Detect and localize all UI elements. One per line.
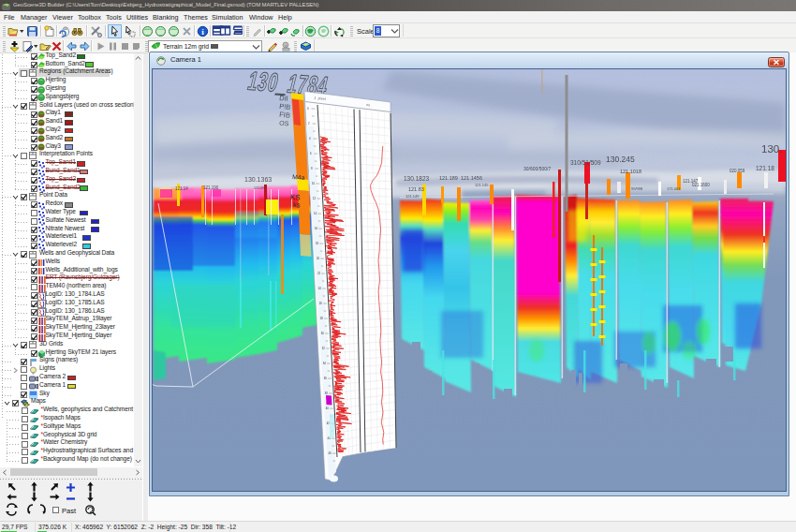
svg-text:121.83: 121.83 bbox=[408, 186, 424, 192]
svg-text:18: 18 bbox=[316, 242, 319, 245]
svg-text:20: 20 bbox=[317, 257, 320, 260]
svg-text:130.1823: 130.1823 bbox=[404, 175, 429, 182]
svg-text:32: 32 bbox=[322, 347, 326, 350]
svg-text:121.18: 121.18 bbox=[756, 165, 774, 171]
svg-text:30: 30 bbox=[321, 332, 325, 335]
svg-text:121.189: 121.189 bbox=[439, 175, 458, 181]
svg-text:020.059: 020.059 bbox=[730, 169, 745, 173]
svg-text:14: 14 bbox=[314, 212, 317, 215]
svg-text:121.14: 121.14 bbox=[175, 186, 188, 191]
svg-text:130.245: 130.245 bbox=[606, 155, 635, 164]
svg-text:42: 42 bbox=[327, 421, 331, 425]
svg-text:FIB: FIB bbox=[279, 111, 291, 120]
svg-text:121.190: 121.190 bbox=[203, 185, 219, 190]
svg-text:OS: OS bbox=[279, 119, 289, 126]
svg-text:10: 10 bbox=[312, 182, 316, 185]
svg-text:24: 24 bbox=[318, 287, 322, 290]
svg-text:28: 28 bbox=[320, 317, 324, 320]
svg-text:310/51/509: 310/51/509 bbox=[570, 159, 601, 166]
svg-text:ks: ks bbox=[293, 200, 301, 210]
svg-text:99/998: 99/998 bbox=[631, 186, 643, 191]
svg-text:22: 22 bbox=[317, 272, 321, 275]
svg-text:26: 26 bbox=[319, 302, 323, 305]
svg-text:121.145: 121.145 bbox=[475, 183, 489, 187]
svg-text:36: 36 bbox=[324, 377, 328, 380]
svg-text:no: no bbox=[366, 103, 371, 107]
svg-text:121.149: 121.149 bbox=[405, 194, 420, 199]
svg-text:121.1018: 121.1018 bbox=[620, 169, 641, 174]
svg-text:021.1600: 021.1600 bbox=[692, 183, 710, 187]
svg-text:121.1456: 121.1456 bbox=[461, 175, 482, 181]
svg-text:12: 12 bbox=[313, 197, 317, 200]
svg-text:30/600/500/7: 30/600/500/7 bbox=[523, 166, 551, 171]
svg-text:171.003: 171.003 bbox=[667, 186, 681, 191]
svg-text:34: 34 bbox=[323, 362, 327, 365]
svg-text:M4a: M4a bbox=[292, 173, 305, 181]
svg-text:40: 40 bbox=[326, 406, 330, 410]
svg-text:38: 38 bbox=[325, 392, 329, 395]
svg-text:46: 46 bbox=[329, 451, 332, 455]
svg-text:130.: 130. bbox=[761, 143, 782, 155]
svg-text:16: 16 bbox=[315, 227, 318, 230]
svg-text:130.1363: 130.1363 bbox=[244, 176, 272, 183]
svg-text:120.098: 120.098 bbox=[254, 186, 266, 190]
